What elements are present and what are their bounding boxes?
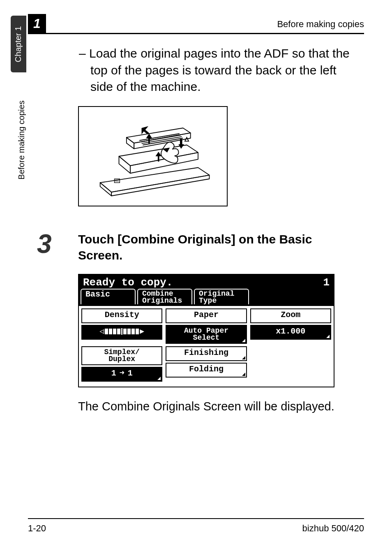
zoom-value: x1.000: [276, 327, 305, 336]
finishing-button[interactable]: Finishing: [166, 346, 247, 361]
section-side-label: Before making copies: [16, 82, 26, 197]
adf-illustration-icon: [83, 111, 223, 202]
density-bar-icon: ◁ ▶: [99, 328, 144, 335]
density-label: Density: [105, 310, 139, 320]
lcd-status: Ready to copy.: [83, 276, 173, 289]
tab-basic-label: Basic: [85, 290, 110, 299]
simplex-value-button[interactable]: 1 ➜ 1: [81, 367, 162, 382]
folding-label: Folding: [189, 364, 224, 374]
zoom-button[interactable]: Zoom: [250, 308, 331, 323]
tab-original-type[interactable]: Original Type: [194, 289, 249, 304]
density-indicator[interactable]: ◁ ▶: [81, 325, 162, 340]
zoom-label: Zoom: [281, 310, 300, 320]
paper-value-button[interactable]: Auto Paper Select: [166, 325, 247, 344]
finishing-label: Finishing: [184, 348, 228, 357]
simplex-val-right: 1: [128, 369, 133, 378]
model-name: bizhub 500/420: [302, 523, 364, 534]
step-result-text: The Combine Originals Screen will be dis…: [78, 400, 359, 413]
simplex-line2: Duplex: [84, 356, 160, 363]
arrow-right-icon: ➜: [120, 369, 125, 378]
simplex-val-left: 1: [111, 369, 116, 378]
chapter-tab: Chapter 1: [11, 16, 26, 72]
step-heading: Touch [Combine Originals] on the Basic S…: [78, 231, 359, 263]
chapter-tab-label: Chapter 1: [14, 26, 23, 62]
instruction-bullet: – Load the original pages into the ADF s…: [90, 45, 359, 95]
empty-cell: [250, 346, 331, 382]
paper-label: Paper: [194, 310, 219, 320]
page-header: 1 Before making copies: [28, 16, 364, 34]
page-footer: 1-20 bizhub 500/420: [28, 518, 364, 534]
zoom-value-button[interactable]: x1.000: [250, 325, 331, 340]
density-button[interactable]: Density: [81, 308, 162, 323]
paper-button[interactable]: Paper: [166, 308, 247, 323]
tab-combine-originals[interactable]: Combine Originals: [137, 289, 192, 304]
bullet-text: Load the original pages into the ADF so …: [89, 46, 350, 93]
step-number: 3: [37, 229, 52, 259]
simplex-duplex-button[interactable]: Simplex/ Duplex: [81, 346, 162, 365]
page-number: 1-20: [28, 523, 46, 534]
adf-loading-figure: [78, 106, 228, 206]
paper-value-line2: Select: [168, 334, 244, 341]
chapter-number: 1: [33, 16, 41, 31]
svg-marker-18: [185, 137, 189, 141]
section-side-label-text: Before making copies: [17, 100, 26, 179]
lcd-copy-count: 1: [323, 276, 330, 289]
bullet-dash: –: [79, 46, 89, 60]
lcd-panel: Ready to copy. 1 Basic Combine Originals…: [78, 274, 334, 388]
running-title: Before making copies: [277, 19, 364, 30]
svg-marker-14: [142, 126, 149, 134]
tab-combine-line2: Originals: [142, 297, 187, 304]
tab-basic[interactable]: Basic: [81, 289, 136, 304]
folding-button[interactable]: Folding: [166, 363, 247, 378]
tab-original-line2: Type: [199, 297, 244, 304]
chapter-number-box: 1: [28, 14, 46, 33]
